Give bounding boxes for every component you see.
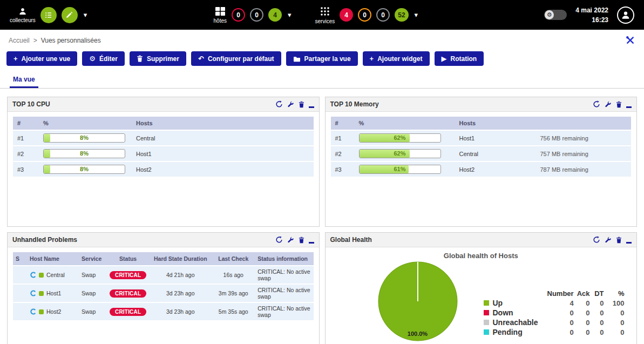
table-row[interactable]: Central Swap CRITICAL 4d 21h ago 16s ago… (13, 266, 314, 284)
tools-icon[interactable] (625, 35, 635, 45)
trash-icon[interactable] (616, 236, 622, 244)
memory-table: # % Hosts #1 62% Host1 756 MB remaining … (331, 117, 632, 178)
graph-icon[interactable] (30, 308, 36, 315)
tab-ma-vue[interactable]: Ma vue (10, 71, 38, 88)
hosts-up-counter[interactable]: 4 (268, 8, 282, 22)
service-link[interactable]: Swap (82, 290, 96, 296)
column-header: # (13, 117, 39, 130)
legend-row: Pending 0 0 0 0 (482, 327, 626, 337)
legend-row: Up 4 0 0 100 (482, 298, 626, 308)
services-menu[interactable]: services (315, 6, 335, 24)
gear-icon: ⚙ (545, 10, 554, 19)
refresh-icon[interactable] (275, 100, 283, 108)
refresh-icon[interactable] (275, 236, 283, 244)
memory-remaining: 756 MB remaining (536, 130, 632, 146)
add-view-button[interactable]: + Ajouter une vue (6, 51, 77, 66)
chart-title: Global health of Hosts (331, 252, 632, 260)
status-badge: CRITICAL (110, 271, 146, 279)
refresh-icon[interactable] (593, 100, 600, 108)
host-link[interactable]: Host2 (459, 166, 475, 173)
table-row[interactable]: Host1 Swap CRITICAL 3d 23h ago 3m 39s ag… (13, 284, 314, 302)
wrench-icon[interactable] (605, 100, 612, 108)
trash-icon[interactable] (299, 100, 304, 108)
pie-percentage-label: 100.0% (408, 330, 428, 337)
user-avatar[interactable] (617, 6, 634, 24)
services-ok-counter[interactable]: 52 (395, 8, 408, 22)
graph-icon[interactable] (30, 290, 36, 296)
services-icon (320, 6, 330, 17)
set-default-button[interactable]: ↶ Configurer par défaut (191, 51, 281, 66)
rotation-button[interactable]: ▶ Rotation (435, 51, 484, 66)
host-link[interactable]: Host1 (459, 135, 475, 141)
service-link[interactable]: Swap (82, 272, 96, 278)
table-row[interactable]: Host2 Swap CRITICAL 3d 23h ago 5m 35s ag… (13, 302, 314, 321)
wrench-icon[interactable] (605, 236, 612, 244)
theme-toggle[interactable]: ⚙ (544, 10, 567, 20)
host-link[interactable]: Host1 (46, 290, 61, 296)
host-link[interactable]: Host2 (136, 166, 152, 173)
dashboard-grid: TOP 10 CPU # % Hosts #1 8% (0, 89, 644, 344)
hosts-down-counter[interactable]: 0 (232, 8, 245, 22)
host-link[interactable]: Central (46, 272, 65, 278)
add-widget-button[interactable]: + Ajouter widget (363, 51, 430, 66)
hosts-unreachable-counter[interactable]: 0 (250, 8, 263, 22)
host-link[interactable]: Host2 (46, 308, 61, 315)
legend-row: Down 0 0 0 0 (482, 308, 626, 318)
table-row[interactable]: #3 61% Host2 787 MB remaining (331, 161, 632, 177)
play-icon: ▶ (442, 55, 447, 62)
column-header: Hard State Duration (149, 252, 212, 266)
widget-title: TOP 10 Memory (330, 100, 379, 108)
delete-view-button[interactable]: Supprimer (130, 51, 186, 66)
share-view-button[interactable]: Partager la vue (286, 51, 358, 66)
plus-icon: + (13, 55, 18, 62)
minimize-icon[interactable] (626, 100, 632, 108)
table-row[interactable]: #2 62% Central 757 MB remaining (331, 146, 632, 161)
edit-view-button[interactable]: ⚙ Éditer (82, 51, 125, 66)
poller-edit-button[interactable] (62, 7, 78, 23)
host-link[interactable]: Host1 (136, 151, 152, 157)
service-link[interactable]: Swap (82, 308, 96, 315)
column-header: % (355, 117, 455, 130)
legend-column-header: Number (546, 289, 575, 298)
chevron-down-icon[interactable]: ▾ (413, 11, 419, 19)
breadcrumb-home[interactable]: Accueil (9, 37, 30, 44)
host-status-square (39, 291, 44, 296)
minimize-icon[interactable] (309, 100, 314, 108)
hosts-menu[interactable]: hôtes (214, 6, 227, 24)
wrench-icon[interactable] (287, 100, 294, 108)
refresh-icon[interactable] (593, 236, 600, 244)
breadcrumb-current[interactable]: Vues personnalisées (41, 37, 101, 44)
legend-column-header: DT (591, 289, 605, 298)
poller-list-button[interactable] (40, 7, 57, 23)
widget-header: TOP 10 Memory (326, 97, 637, 112)
table-row[interactable]: #1 8% Central (13, 130, 314, 146)
column-header: Status information (255, 252, 313, 266)
memory-usage-bar: 62% (359, 133, 441, 143)
services-critical-counter[interactable]: 4 (340, 8, 353, 22)
table-row[interactable]: #3 8% Host2 (13, 161, 314, 177)
widget-top10-cpu: TOP 10 CPU # % Hosts #1 8% (7, 97, 320, 227)
host-link[interactable]: Central (136, 135, 155, 141)
host-link[interactable]: Central (459, 151, 478, 157)
services-label: services (315, 18, 335, 24)
plus-icon: + (370, 55, 374, 62)
minimize-icon[interactable] (309, 236, 314, 244)
chevron-down-icon[interactable]: ▾ (287, 11, 293, 19)
trash-icon[interactable] (299, 236, 304, 244)
minimize-icon[interactable] (626, 236, 632, 244)
graph-icon[interactable] (30, 272, 36, 278)
chevron-down-icon[interactable]: ▾ (83, 11, 89, 19)
services-warning-counter[interactable]: 0 (358, 8, 371, 22)
breadcrumb-row: Accueil > Vues personnalisées (0, 30, 644, 50)
services-unknown-counter[interactable]: 0 (376, 8, 390, 22)
status-badge: CRITICAL (110, 308, 146, 316)
wrench-icon[interactable] (287, 236, 294, 244)
trash-icon[interactable] (616, 100, 622, 108)
widget-title: TOP 10 CPU (12, 100, 50, 108)
pollers-menu[interactable]: collecteurs (10, 7, 36, 23)
view-toolbar: + Ajouter une vue ⚙ Éditer Supprimer ↶ C… (0, 50, 644, 71)
legend-column-header: Ack (575, 289, 592, 298)
table-row[interactable]: #2 8% Host1 (13, 146, 314, 161)
table-row[interactable]: #1 62% Host1 756 MB remaining (331, 130, 632, 146)
hosts-icon (215, 6, 226, 16)
